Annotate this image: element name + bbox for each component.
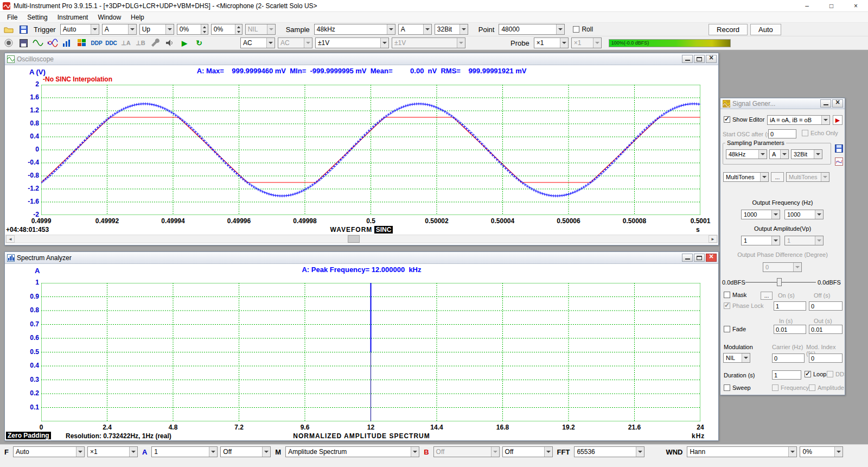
ddc-viewer-icon[interactable]: DDC [105, 37, 117, 48]
amplitude-a-select[interactable]: 1 [741, 236, 780, 245]
trigger-edge-select[interactable]: Up [139, 24, 174, 35]
waveform-library-icon[interactable] [833, 156, 845, 167]
roll-checkbox[interactable]: Roll [573, 26, 593, 33]
scroll-right-icon[interactable]: ► [709, 235, 717, 243]
sampling-rate-select[interactable]: 48kHz [314, 24, 395, 35]
close-button[interactable]: × [844, 0, 868, 12]
menu-setting[interactable]: Setting [22, 12, 52, 22]
window-minimize-button[interactable] [682, 254, 693, 262]
spinner-arrows-icon[interactable] [201, 24, 208, 34]
overlap-select[interactable]: 0% [800, 446, 843, 457]
oscilloscope-titlebar[interactable]: Oscilloscope [5, 53, 718, 65]
trigger-level-spinner[interactable]: 0% [177, 24, 208, 35]
display-mode-select[interactable]: Amplitude Spectrum [285, 446, 419, 457]
browse-multitones-button[interactable]: ... [771, 172, 784, 182]
show-editor-checkbox[interactable]: Show Editor [724, 116, 764, 123]
coupling-a-select[interactable]: AC [240, 37, 275, 48]
sweep-checkbox[interactable]: Sweep [724, 384, 751, 391]
modulation-type-select[interactable]: NIL [723, 353, 750, 363]
window-maximize-button[interactable] [694, 254, 705, 262]
save-file-icon[interactable] [17, 24, 29, 35]
frequency-a-select[interactable]: 1000 [741, 210, 780, 219]
fade-in-input[interactable] [774, 325, 806, 334]
window-minimize-button[interactable] [682, 55, 693, 63]
frequency-mult-select[interactable]: ×1 [87, 446, 138, 457]
window-function-select[interactable]: Hann [687, 446, 797, 457]
menu-help[interactable]: Help [126, 12, 149, 22]
window-close-button[interactable] [706, 55, 717, 63]
sinc-toggle-badge[interactable]: SINC [374, 226, 393, 234]
bit-depth-select[interactable]: 32Bit [435, 24, 468, 35]
record-indicator-icon[interactable] [3, 37, 15, 48]
fade-out-input[interactable] [809, 325, 843, 334]
ddp-viewer-icon[interactable]: DDP [91, 37, 103, 48]
oscilloscope-icon [7, 55, 15, 63]
maximize-button[interactable]: □ [819, 0, 844, 12]
sampling-channel-select[interactable]: A [398, 24, 432, 35]
save-waveform-icon[interactable] [833, 143, 845, 154]
loop-run-icon[interactable]: ↻ [193, 37, 205, 48]
loop-checkbox[interactable]: Loop [805, 371, 826, 377]
mask-checkbox[interactable]: Mask [724, 292, 746, 298]
mask-browse-button[interactable]: ... [761, 292, 773, 300]
mask-off-input[interactable] [809, 301, 843, 311]
oscilloscope-view-icon[interactable] [32, 37, 44, 48]
record-length-select[interactable]: 48000 [499, 24, 565, 35]
open-file-icon[interactable] [3, 24, 15, 35]
carrier-input[interactable] [772, 354, 805, 363]
scrollbar-track[interactable] [15, 235, 709, 243]
waveform-a-select[interactable]: MultiTones [723, 172, 769, 182]
frequency-b-select[interactable]: 1000 [784, 210, 824, 219]
chevron-down-icon [815, 210, 823, 219]
signal-generator-titlebar[interactable]: Signal Gener... [720, 98, 845, 109]
routing-select[interactable]: iA = oA, iB = oB [767, 115, 830, 125]
a-option-select[interactable]: Off [220, 446, 271, 457]
generator-channel-select[interactable]: A [769, 149, 789, 159]
generator-rate-select[interactable]: 48kHz [726, 149, 767, 159]
start-osc-input[interactable] [768, 129, 796, 138]
output-level-slider[interactable] [745, 278, 816, 287]
mod-index-input[interactable] [809, 354, 843, 363]
menu-window[interactable]: Window [93, 12, 126, 22]
record-button[interactable]: Record [709, 24, 748, 35]
chevron-down-icon [459, 24, 468, 34]
sound-device-icon[interactable] [164, 37, 176, 48]
minimize-button[interactable]: – [795, 0, 819, 12]
calibration-wrench-icon[interactable] [149, 37, 161, 48]
fft-size-select[interactable]: 65536 [574, 446, 644, 457]
trigger-source-select[interactable]: A [102, 24, 137, 35]
spectrum-view-icon[interactable] [47, 37, 59, 48]
a-scale-select[interactable]: 1 [151, 446, 218, 457]
frequency-axis-select[interactable]: Auto [13, 446, 85, 457]
scrollbar-thumb[interactable] [348, 235, 360, 243]
window-close-button[interactable] [706, 254, 717, 262]
probe-a-select[interactable]: ×1 [534, 37, 569, 48]
trigger-mode-select[interactable]: Auto [60, 24, 99, 35]
scroll-left-icon[interactable]: ◄ [6, 235, 15, 243]
generator-bits-select[interactable]: 32Bit [791, 149, 822, 159]
window-minimize-button[interactable] [820, 99, 831, 108]
fade-checkbox[interactable]: Fade [724, 326, 746, 332]
window-maximize-button[interactable] [694, 55, 705, 63]
window-close-button[interactable] [832, 99, 843, 108]
b-option-select[interactable]: Off [502, 446, 553, 457]
slider-thumb[interactable] [777, 278, 782, 286]
mask-on-input[interactable] [774, 301, 806, 311]
spectrogram-view-icon[interactable] [76, 37, 88, 48]
waveform-plot[interactable] [41, 85, 700, 215]
signal-generator-window: Signal Gener... Show Editor iA = oA, iB … [720, 98, 845, 395]
menu-instrument[interactable]: Instrument [53, 12, 93, 22]
range-a-select[interactable]: ±1V [315, 37, 389, 48]
spectrum-titlebar[interactable]: Spectrum Analyzer [5, 252, 718, 264]
save-signal-icon[interactable] [17, 37, 29, 48]
trigger-delay-spinner[interactable]: 0% [211, 24, 242, 35]
duration-input[interactable] [772, 370, 801, 380]
play-icon[interactable]: ▶ [178, 37, 190, 48]
spinner-arrows-icon[interactable] [235, 24, 242, 34]
generator-play-button[interactable]: ▶ [833, 115, 843, 125]
menu-file[interactable]: File [2, 12, 22, 22]
auto-setup-button[interactable]: Auto [750, 24, 781, 35]
horizontal-scrollbar[interactable]: ◄ ► [5, 235, 718, 243]
spectrum-plot[interactable] [41, 283, 700, 421]
multimeter-view-icon[interactable] [61, 37, 73, 48]
